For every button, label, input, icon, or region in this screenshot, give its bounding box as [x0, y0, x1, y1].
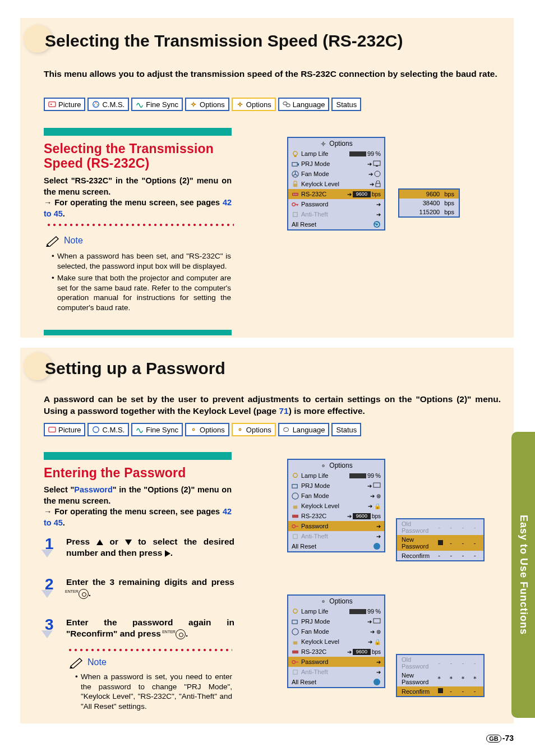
- s2-intro-link[interactable]: 71: [279, 406, 288, 416]
- enter-label-2: ENTER: [162, 630, 176, 634]
- svg-point-4: [97, 104, 98, 105]
- page-number: GB-73: [486, 734, 514, 743]
- svg-point-42: [322, 600, 324, 602]
- lock-small-icon: [375, 181, 381, 187]
- svg-point-26: [373, 221, 380, 228]
- tab-options2-selected[interactable]: Options: [232, 98, 276, 111]
- step-2-num: 2: [45, 575, 54, 593]
- osd-row-reset: All Reset: [288, 219, 384, 229]
- svg-point-31: [283, 428, 288, 432]
- svg-rect-18: [293, 183, 297, 187]
- note-label-2: Note: [87, 657, 107, 667]
- tab-cms-2[interactable]: C.M.S.: [87, 423, 129, 436]
- teal-bar-1: [44, 128, 232, 136]
- tab-picture[interactable]: Picture: [44, 98, 85, 111]
- page-num: -73: [502, 734, 514, 743]
- s2b-a: Select ": [44, 485, 74, 494]
- osd-head-label-2: Options: [329, 462, 352, 469]
- step-2-body: Enter the 3 remaining digits and press E…: [66, 577, 234, 599]
- antitheft-icon-3: [292, 669, 299, 676]
- lock-icon-3: [292, 638, 299, 646]
- tab-finesync-label-2: Fine Sync: [146, 426, 178, 434]
- serial-icon-3: [292, 648, 299, 656]
- tab-options1-2[interactable]: Options: [185, 423, 229, 436]
- lamp-icon: [292, 150, 299, 158]
- pwd2-new: New Password* * * *: [397, 671, 483, 686]
- osd-row-rs232c-selected: RS-232C➔ 9600 bps: [288, 189, 384, 199]
- pwd1-rec: Reconfirm- - - -: [397, 551, 483, 560]
- svg-point-36: [292, 492, 298, 499]
- osd3-prj-lbl: PRJ Mode: [301, 618, 365, 625]
- svg-point-46: [292, 628, 298, 634]
- svg-point-2: [93, 102, 99, 108]
- tab-status[interactable]: Status: [331, 98, 361, 111]
- picture-icon-2: [48, 426, 56, 434]
- tab-language[interactable]: Language: [278, 98, 330, 111]
- note-header-1: Note: [46, 234, 83, 247]
- osd2-rs232: RS-232C➔ 9600 bps: [288, 511, 384, 521]
- cms-icon-2: [92, 426, 100, 434]
- cursor-icon-1: [438, 540, 443, 545]
- pwd1-new-lbl: New Password: [402, 536, 433, 550]
- note-2-item-1: When a password is set, you need to ente…: [75, 672, 232, 711]
- triangle-up-icon: [96, 540, 103, 545]
- triangle-right-icon: [165, 550, 170, 557]
- osd2-prj-lbl: PRJ Mode: [301, 482, 365, 489]
- svg-rect-48: [292, 650, 298, 653]
- tab-finesync[interactable]: Fine Sync: [131, 98, 183, 111]
- lock-icon-2: [292, 503, 299, 510]
- tab-options2-label-2: Options: [246, 426, 271, 434]
- antitheft-icon-2: [292, 533, 299, 540]
- tab-picture-2[interactable]: Picture: [44, 423, 85, 436]
- note-list-2: When a password is set, you need to ente…: [75, 672, 232, 713]
- tab-options2-selected-2[interactable]: Options: [232, 423, 276, 436]
- prj-icon-3: [292, 618, 299, 625]
- svg-point-23: [297, 193, 297, 194]
- tab-finesync-2[interactable]: Fine Sync: [131, 423, 183, 436]
- svg-point-41: [373, 543, 380, 550]
- svg-rect-37: [293, 505, 297, 509]
- reset-icon: [373, 220, 381, 228]
- lamp-icon-2: [292, 472, 299, 480]
- options-mini-icon-3: [320, 598, 327, 605]
- pen-icon: [46, 234, 63, 247]
- svg-point-9: [286, 104, 290, 107]
- section2-subtitle: Entering the Password: [44, 465, 186, 480]
- svg-rect-12: [294, 155, 297, 157]
- tab-language-2[interactable]: Language: [278, 423, 330, 436]
- osd2-password-selected: Password➔: [288, 521, 384, 531]
- tab-status-label-2: Status: [336, 426, 357, 434]
- svg-rect-25: [293, 212, 297, 216]
- s2b-link[interactable]: Password: [74, 485, 113, 494]
- progress-bar-2: [349, 473, 366, 478]
- svg-point-32: [322, 464, 324, 466]
- s2b-d: .: [63, 518, 65, 527]
- svg-point-5: [94, 104, 95, 105]
- s2-intro-b: ) is more effective.: [289, 406, 365, 416]
- note-label-1: Note: [64, 236, 83, 246]
- tab-cms[interactable]: C.M.S.: [87, 98, 129, 111]
- osd3-anti: Anti-Theft➔: [288, 667, 384, 677]
- triangle-down-icon: [125, 540, 132, 545]
- note-header-2: Note: [70, 656, 107, 669]
- step-3-body: Enter the password again in "Reconfirm" …: [66, 617, 234, 639]
- osd-head-3: Options: [288, 596, 384, 606]
- osd3-rs232: RS-232C➔ 9600 bps: [288, 647, 384, 657]
- svg-point-11: [293, 151, 297, 155]
- osd3-bps: bps: [372, 649, 381, 655]
- key-icon: [292, 201, 299, 208]
- screen-icon: [373, 160, 381, 167]
- options1-icon-2: [190, 426, 197, 434]
- tab-options1[interactable]: Options: [185, 98, 229, 111]
- svg-rect-40: [293, 534, 297, 538]
- tab-status-2[interactable]: Status: [331, 423, 361, 436]
- osd3-prj: PRJ Mode➔: [288, 616, 384, 626]
- svg-rect-47: [293, 641, 297, 644]
- osd3-lamppct: %: [375, 608, 381, 615]
- osd-row-fan: Fan Mode➔: [288, 169, 384, 179]
- svg-rect-44: [292, 620, 297, 624]
- svg-point-39: [292, 524, 296, 528]
- step-3-num: 3: [45, 616, 54, 634]
- arrow-right-icon-2: →: [44, 507, 54, 516]
- reset-icon-2: [373, 542, 381, 550]
